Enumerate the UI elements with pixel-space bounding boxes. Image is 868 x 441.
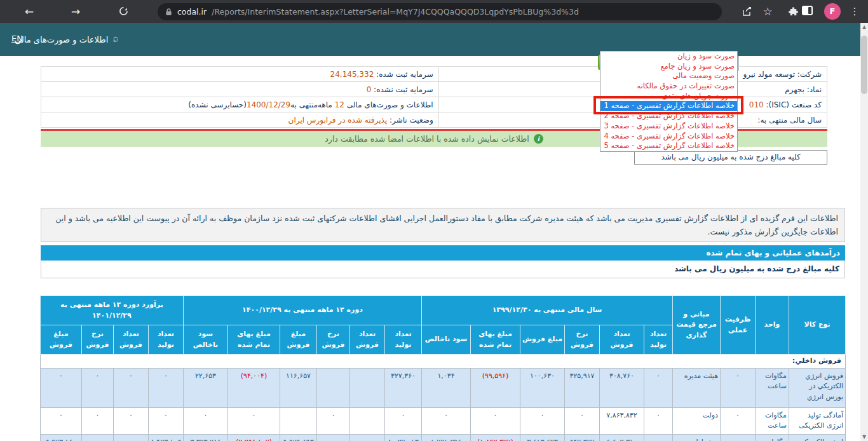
value-cell: ۳۲۷,۳۶۰ [385,368,422,407]
column-header: نوع کالا [789,296,846,355]
value-cell: ۰ [148,368,183,407]
column-subheader: تعداد تولید [644,325,673,355]
info-label: نماد: [804,85,822,94]
value-cell: ۰ [81,407,113,434]
section-million-note: کلیه مبالغ درج شده به میلیون ریال می باش… [41,261,845,278]
dropdown-option[interactable]: خلاصه اطلاعات گزارش تفسیری - صفحه 3 [600,121,737,132]
dropdown-option[interactable]: خلاصه اطلاعات گزارش تفسیری - صفحه 2 [600,111,737,121]
info-value: 12 [335,100,344,109]
column-subheader: تعداد فروش [350,325,385,355]
browser-menu-icon[interactable]: ⋮ [846,3,863,20]
value-cell: ۰ [565,407,600,434]
column-subheader: نرخ فروش [81,325,113,355]
profile-avatar[interactable]: F [824,3,841,20]
scroll-down-arrow-icon[interactable]: ▼ [860,433,868,441]
value-cell: ۰ [721,407,756,434]
forward-icon[interactable]: → [67,3,85,20]
info-label: (حسابرسی نشده) [188,100,247,109]
extensions-puzzle-icon[interactable] [785,3,801,20]
notice-message: اطلاعات نمایش داده شده با اطلاعات امضا ش… [325,134,529,144]
back-icon[interactable]: ← [20,3,38,20]
dropdown-option[interactable]: صورت جریان های نقدی [600,92,737,102]
info-label: اطلاعات و صورت‌های مالی [344,100,433,109]
unit-cell: مگاوات ساعت [756,407,789,434]
product-name-cell: آمادگی تولید انرژی الکتریکی [789,407,846,434]
value-cell: ۰ [644,407,673,434]
page-scrollbar[interactable]: ▲ ▼ [860,23,868,441]
info-value: پذیرفته شده در فرابورس ایران [288,116,388,125]
table-body: فروش داخلي:فروش انرژي الکتریکي در بورس ا… [40,355,845,441]
table-row: آمادگی تولید انرژی الکتریکیمگاوات ساعت۰د… [40,407,845,434]
value-cell: ۰ [520,407,565,434]
value-cell: ۱۱۶,۶۵۷ [280,368,317,407]
info-label: وضعیت ناشر: [387,116,433,125]
value-cell: (۱,۸۹۲,۳۲۷) [471,434,520,441]
pricing-basis-cell: نرخ بازار [673,434,721,441]
reload-glyph [119,6,128,16]
unit-cell: مگاوات [756,434,789,441]
site-header: EN اطلاعات و صورت‌های مالی < > خلاصه اطل… [0,23,868,56]
value-cell [350,434,385,441]
operating-revenue-table-wrap: نوع کالاواحدظرفیت عملیمبانی و مرجع قیمت … [41,295,846,441]
header-title-group: اطلاعات و صورت‌های مالی [15,23,118,56]
column-header: مبانی و مرجع قیمت گذاری [673,296,721,355]
table-group-header-row: نوع کالاواحدظرفیت عملیمبانی و مرجع قیمت … [40,296,845,325]
column-subheader: نرخ فروش [565,325,600,355]
category-row: فروش داخلي: [40,355,845,369]
column-subheader: نرخ فروش [317,325,350,355]
dropdown-option[interactable]: صورت سود و زیان [600,51,737,62]
value-cell: (۹۴,۰۰۴) [228,368,280,407]
value-cell: ۰ [113,368,148,407]
dropdown-option[interactable]: خلاصه اطلاعات گزارش تفسیری - صفحه 5 [600,141,737,151]
bookmark-star-icon[interactable]: ☆ [759,3,776,20]
header-title: اطلاعات و صورت‌های مالی [15,35,108,44]
info-icon: i [534,134,543,144]
value-cell: ۶,۶۰۲,۳۱۰ [600,434,644,441]
reload-icon[interactable] [114,3,132,20]
address-bar[interactable]: codal.ir/Reports/InterimStatement.aspx?L… [158,3,722,20]
browser-toolbar: ← → codal.ir/Reports/InterimStatement.as… [0,0,868,23]
column-header: ظرفیت عملی [721,296,756,355]
url-path: /Reports/InterimStatement.aspx?LetterSer… [212,7,579,17]
value-cell: ۰ [183,407,227,434]
table-row: فروش انرژي الکتریکي در بورس انرژيمگاوات … [40,368,845,407]
dropdown-option[interactable]: صورت تغییرات در حقوق مالکانه [600,81,737,92]
pricing-basis-cell: دولت [673,407,721,434]
dropdown-option[interactable]: خلاصه اطلاعات گزارش تفسیری - صفحه 1 [600,101,737,111]
share-icon[interactable] [739,3,756,20]
value-cell: ۳,۳۲۳,۷۸۶ [183,434,227,441]
category-label: فروش داخلي: [40,355,845,369]
column-subheader: تعداد تولید [385,325,422,355]
value-cell: ۰ [721,368,756,407]
dropdown-option[interactable]: خلاصه اطلاعات گزارش تفسیری - صفحه 4 [600,132,737,142]
info-value: 010 [749,100,764,109]
info-label: توسعه مولد نیرو [743,70,795,79]
info-cell: وضعیت ناشر: پذیرفته شده در فرابورس ایران [41,112,439,128]
dropdown-option[interactable]: صورت سود و زیان جامع [600,62,737,72]
million-rial-note-box: کلیه مبالغ درج شده به میلیون ریال می باش… [634,150,827,165]
value-cell: ۰ [81,368,113,407]
dropdown-option[interactable]: صورت وضعیت مالی [600,71,737,81]
table-head: نوع کالاواحدظرفیت عملیمبانی و مرجع قیمت … [40,296,845,355]
value-cell: ۱,۷۲۱,۲۹۶ [422,434,471,441]
value-cell: ۰ [113,434,148,441]
column-subheader: مبلغ فروش [280,325,317,355]
scroll-up-arrow-icon[interactable]: ▲ [860,23,868,31]
value-cell: (۹۹,۵۹۶) [471,368,520,407]
info-label: کد صنعت (ISIC): [764,100,822,109]
value-cell [317,434,350,441]
value-cell: ۸,۴۲۳,۱۰۵ [148,434,183,441]
value-cell: ۱۰۰,۶۳۰ [520,368,565,407]
period-group-header: سال مالی منتهی به ۱۳۹۹/۱۲/۳۰ [422,296,673,325]
scrollbar-thumb[interactable] [861,36,867,94]
value-cell: ۱,۰۳۴ [422,368,471,407]
section-header: درآمدهای عملیاتی و بهای تمام شده [41,245,845,261]
value-cell: ۷,۸۶۳,۸۳۲ [600,407,644,434]
operating-revenue-table: نوع کالاواحدظرفیت عملیمبانی و مرجع قیمت … [40,295,846,441]
table-row: انرژی الکتریکیمگاوات۰نرخ بازار۰۶,۶۰۲,۳۱۰… [40,434,845,441]
info-value: 1400/12/29 [247,100,290,109]
column-subheader: سود ناخالص [183,325,227,355]
value-cell [350,407,385,434]
value-cell: (۲,۲۵۶,۱۰۷) [228,434,280,441]
side-panel-icon[interactable] [802,6,813,15]
